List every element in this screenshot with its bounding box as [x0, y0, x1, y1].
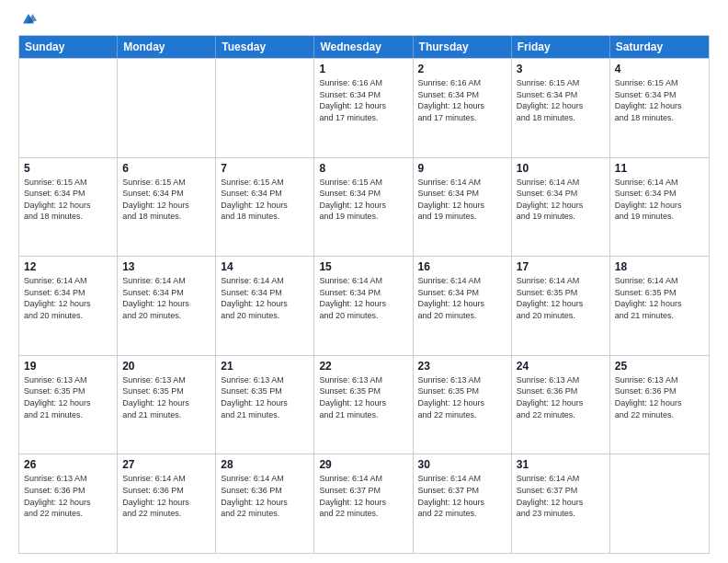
day-number: 21	[221, 360, 309, 373]
calendar-cell: 19Sunrise: 6:13 AM Sunset: 6:35 PM Dayli…	[19, 356, 118, 454]
calendar-cell	[610, 454, 709, 553]
day-info: Sunrise: 6:16 AM Sunset: 6:34 PM Dayligh…	[319, 77, 407, 123]
calendar-cell: 15Sunrise: 6:14 AM Sunset: 6:34 PM Dayli…	[314, 257, 413, 355]
calendar-cell: 6Sunrise: 6:15 AM Sunset: 6:34 PM Daylig…	[118, 158, 216, 257]
calendar-cell: 4Sunrise: 6:15 AM Sunset: 6:34 PM Daylig…	[610, 59, 709, 157]
day-number: 23	[418, 360, 506, 373]
day-number: 7	[221, 162, 309, 175]
weekday-header: Monday	[118, 36, 216, 58]
calendar-cell: 12Sunrise: 6:14 AM Sunset: 6:34 PM Dayli…	[19, 257, 118, 355]
header	[18, 15, 710, 28]
day-number: 19	[24, 360, 112, 373]
day-info: Sunrise: 6:13 AM Sunset: 6:35 PM Dayligh…	[319, 374, 407, 420]
page: SundayMondayTuesdayWednesdayThursdayFrid…	[0, 0, 728, 563]
calendar-cell: 27Sunrise: 6:14 AM Sunset: 6:36 PM Dayli…	[118, 454, 216, 553]
calendar-cell: 10Sunrise: 6:14 AM Sunset: 6:34 PM Dayli…	[512, 158, 610, 257]
day-number: 12	[24, 260, 112, 273]
day-number: 20	[122, 360, 210, 373]
day-info: Sunrise: 6:14 AM Sunset: 6:34 PM Dayligh…	[24, 275, 112, 321]
calendar-cell: 24Sunrise: 6:13 AM Sunset: 6:36 PM Dayli…	[512, 356, 610, 454]
logo	[18, 15, 37, 28]
day-number: 5	[24, 162, 112, 175]
day-info: Sunrise: 6:14 AM Sunset: 6:34 PM Dayligh…	[122, 275, 210, 321]
calendar-cell: 3Sunrise: 6:15 AM Sunset: 6:34 PM Daylig…	[512, 59, 610, 157]
day-number: 14	[221, 260, 309, 273]
day-number: 9	[418, 162, 506, 175]
day-number: 10	[517, 162, 605, 175]
weekday-header: Tuesday	[216, 36, 314, 58]
day-number: 13	[122, 260, 210, 273]
calendar-cell: 2Sunrise: 6:16 AM Sunset: 6:34 PM Daylig…	[414, 59, 512, 157]
day-number: 31	[517, 458, 605, 471]
calendar-cell: 25Sunrise: 6:13 AM Sunset: 6:36 PM Dayli…	[610, 356, 709, 454]
day-number: 22	[319, 360, 407, 373]
calendar-cell	[19, 59, 118, 157]
day-info: Sunrise: 6:15 AM Sunset: 6:34 PM Dayligh…	[319, 177, 407, 223]
day-number: 17	[517, 260, 605, 273]
day-info: Sunrise: 6:13 AM Sunset: 6:36 PM Dayligh…	[24, 473, 112, 519]
day-number: 27	[122, 458, 210, 471]
weekday-header: Sunday	[19, 36, 118, 58]
day-number: 24	[517, 360, 605, 373]
day-info: Sunrise: 6:14 AM Sunset: 6:34 PM Dayligh…	[221, 275, 309, 321]
calendar-cell	[118, 59, 216, 157]
calendar-row: 12Sunrise: 6:14 AM Sunset: 6:34 PM Dayli…	[19, 256, 709, 355]
day-number: 11	[615, 162, 704, 175]
day-info: Sunrise: 6:16 AM Sunset: 6:34 PM Dayligh…	[418, 77, 506, 123]
day-info: Sunrise: 6:13 AM Sunset: 6:35 PM Dayligh…	[418, 374, 506, 420]
calendar-cell: 29Sunrise: 6:14 AM Sunset: 6:37 PM Dayli…	[314, 454, 413, 553]
day-number: 4	[615, 63, 704, 75]
day-info: Sunrise: 6:13 AM Sunset: 6:36 PM Dayligh…	[517, 374, 605, 420]
day-info: Sunrise: 6:13 AM Sunset: 6:35 PM Dayligh…	[24, 374, 112, 420]
day-info: Sunrise: 6:14 AM Sunset: 6:34 PM Dayligh…	[615, 177, 704, 223]
calendar-cell: 23Sunrise: 6:13 AM Sunset: 6:35 PM Dayli…	[414, 356, 512, 454]
calendar-cell: 1Sunrise: 6:16 AM Sunset: 6:34 PM Daylig…	[314, 59, 413, 157]
calendar-cell: 13Sunrise: 6:14 AM Sunset: 6:34 PM Dayli…	[118, 257, 216, 355]
calendar-cell: 8Sunrise: 6:15 AM Sunset: 6:34 PM Daylig…	[314, 158, 413, 257]
day-info: Sunrise: 6:13 AM Sunset: 6:35 PM Dayligh…	[122, 374, 210, 420]
calendar-cell	[216, 59, 314, 157]
day-number: 1	[319, 63, 407, 75]
calendar-cell: 20Sunrise: 6:13 AM Sunset: 6:35 PM Dayli…	[118, 356, 216, 454]
calendar-body: 1Sunrise: 6:16 AM Sunset: 6:34 PM Daylig…	[19, 58, 709, 553]
calendar-cell: 31Sunrise: 6:14 AM Sunset: 6:37 PM Dayli…	[512, 454, 610, 553]
day-number: 25	[615, 360, 704, 373]
day-info: Sunrise: 6:14 AM Sunset: 6:37 PM Dayligh…	[517, 473, 605, 519]
day-info: Sunrise: 6:14 AM Sunset: 6:34 PM Dayligh…	[418, 177, 506, 223]
calendar-cell: 30Sunrise: 6:14 AM Sunset: 6:37 PM Dayli…	[414, 454, 512, 553]
day-number: 26	[24, 458, 112, 471]
day-info: Sunrise: 6:15 AM Sunset: 6:34 PM Dayligh…	[221, 177, 309, 223]
calendar-header: SundayMondayTuesdayWednesdayThursdayFrid…	[19, 36, 709, 58]
day-info: Sunrise: 6:14 AM Sunset: 6:34 PM Dayligh…	[418, 275, 506, 321]
calendar-cell: 18Sunrise: 6:14 AM Sunset: 6:35 PM Dayli…	[610, 257, 709, 355]
calendar: SundayMondayTuesdayWednesdayThursdayFrid…	[18, 35, 710, 554]
weekday-header: Saturday	[610, 36, 709, 58]
day-number: 18	[615, 260, 704, 273]
calendar-cell: 26Sunrise: 6:13 AM Sunset: 6:36 PM Dayli…	[19, 454, 118, 553]
calendar-cell: 16Sunrise: 6:14 AM Sunset: 6:34 PM Dayli…	[414, 257, 512, 355]
day-number: 8	[319, 162, 407, 175]
calendar-cell: 5Sunrise: 6:15 AM Sunset: 6:34 PM Daylig…	[19, 158, 118, 257]
day-number: 15	[319, 260, 407, 273]
logo-icon	[20, 11, 37, 28]
weekday-header: Thursday	[414, 36, 512, 58]
day-info: Sunrise: 6:15 AM Sunset: 6:34 PM Dayligh…	[517, 77, 605, 123]
day-info: Sunrise: 6:14 AM Sunset: 6:36 PM Dayligh…	[122, 473, 210, 519]
day-info: Sunrise: 6:14 AM Sunset: 6:35 PM Dayligh…	[615, 275, 704, 321]
day-number: 28	[221, 458, 309, 471]
calendar-cell: 22Sunrise: 6:13 AM Sunset: 6:35 PM Dayli…	[314, 356, 413, 454]
day-number: 30	[418, 458, 506, 471]
day-info: Sunrise: 6:13 AM Sunset: 6:36 PM Dayligh…	[615, 374, 704, 420]
day-info: Sunrise: 6:14 AM Sunset: 6:37 PM Dayligh…	[418, 473, 506, 519]
day-number: 3	[517, 63, 605, 75]
calendar-cell: 17Sunrise: 6:14 AM Sunset: 6:35 PM Dayli…	[512, 257, 610, 355]
calendar-row: 5Sunrise: 6:15 AM Sunset: 6:34 PM Daylig…	[19, 157, 709, 257]
day-info: Sunrise: 6:15 AM Sunset: 6:34 PM Dayligh…	[615, 77, 704, 123]
weekday-header: Wednesday	[314, 36, 413, 58]
calendar-cell: 21Sunrise: 6:13 AM Sunset: 6:35 PM Dayli…	[216, 356, 314, 454]
weekday-header: Friday	[512, 36, 610, 58]
calendar-cell: 7Sunrise: 6:15 AM Sunset: 6:34 PM Daylig…	[216, 158, 314, 257]
calendar-cell: 28Sunrise: 6:14 AM Sunset: 6:36 PM Dayli…	[216, 454, 314, 553]
day-info: Sunrise: 6:13 AM Sunset: 6:35 PM Dayligh…	[221, 374, 309, 420]
day-info: Sunrise: 6:14 AM Sunset: 6:34 PM Dayligh…	[517, 177, 605, 223]
